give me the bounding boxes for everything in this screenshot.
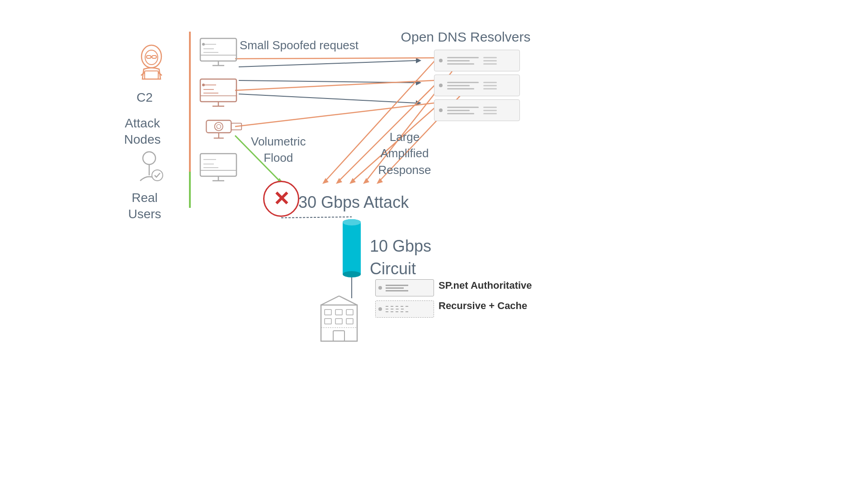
- svg-rect-28: [145, 71, 158, 79]
- svg-marker-12: [336, 178, 342, 184]
- dns-line: [483, 113, 497, 114]
- real-users-label: RealUsers: [122, 190, 167, 223]
- dns-resolver-3: [434, 99, 520, 121]
- legend-line: [386, 306, 408, 307]
- dns-resolver-2: [434, 75, 520, 96]
- spoofed-request-label: Small Spoofed request: [240, 38, 359, 52]
- dns-line: [447, 60, 470, 61]
- left-divider-green: [189, 172, 191, 208]
- recursive-cache-label: Recursive + Cache: [439, 300, 527, 313]
- svg-line-69: [321, 296, 339, 305]
- hacker-svg-icon: [131, 43, 172, 84]
- dns-line: [483, 63, 497, 65]
- dns-dot: [439, 108, 443, 112]
- blocked-icon: ✕: [263, 181, 299, 217]
- svg-point-47: [202, 84, 205, 86]
- circuit-cylinder: [340, 217, 363, 280]
- dns-lines: [447, 107, 479, 114]
- svg-rect-75: [335, 319, 342, 324]
- camera-icon: [198, 113, 248, 142]
- dns-line: [483, 85, 497, 86]
- dns-line: [483, 88, 497, 89]
- volumetric-flood-label: VolumetricFlood: [251, 133, 306, 166]
- dns-resolver-1: [434, 50, 520, 71]
- x-mark: ✕: [273, 189, 290, 209]
- legend-sp-net-box: [375, 279, 434, 296]
- svg-rect-26: [152, 56, 156, 58]
- legend-recursive-box: [375, 300, 434, 318]
- svg-rect-76: [346, 319, 353, 324]
- svg-rect-68: [321, 305, 357, 341]
- dns-line: [483, 57, 497, 58]
- attack-nodes-label: AttackNodes: [111, 115, 174, 148]
- svg-rect-74: [325, 319, 331, 324]
- dns-line: [447, 57, 479, 58]
- dns-dot: [439, 59, 443, 62]
- svg-rect-73: [346, 310, 353, 315]
- legend-dot: [378, 286, 382, 290]
- monitor-mid-icon: [198, 77, 239, 110]
- legend-lines-2: [386, 306, 408, 313]
- circuit-label: 10 GbpsCircuit: [370, 235, 431, 281]
- svg-line-0: [239, 61, 416, 67]
- svg-marker-10: [322, 178, 329, 184]
- amplified-response-label: LargeAmplifiedResponse: [357, 129, 452, 178]
- open-dns-label: Open DNS Resolvers: [380, 29, 552, 45]
- svg-rect-40: [200, 79, 236, 102]
- legend-lines: [386, 285, 408, 291]
- dns-lines: [447, 57, 479, 65]
- legend-dot-2: [378, 307, 382, 311]
- dns-line: [447, 63, 474, 65]
- dns-lines: [447, 82, 479, 89]
- diagram-svg: [0, 0, 868, 488]
- dns-lines-2: [483, 107, 497, 114]
- svg-marker-5: [416, 100, 421, 106]
- svg-line-2: [239, 80, 416, 83]
- legend-line: [386, 309, 404, 310]
- svg-line-6: [235, 58, 434, 59]
- svg-marker-14: [349, 178, 356, 184]
- svg-point-39: [202, 43, 205, 46]
- svg-rect-54: [200, 154, 236, 176]
- svg-marker-16: [363, 178, 369, 184]
- svg-rect-51: [231, 123, 241, 130]
- left-divider-orange: [189, 32, 191, 172]
- diagram-container: C2 AttackNodes RealUsers: [0, 0, 868, 488]
- c2-icon: [131, 43, 172, 85]
- svg-line-8: [235, 103, 434, 127]
- legend-line: [386, 311, 408, 313]
- svg-point-67: [343, 219, 361, 225]
- svg-line-7: [235, 80, 434, 90]
- dns-line: [483, 60, 497, 61]
- dns-line: [447, 107, 479, 108]
- svg-rect-65: [343, 222, 361, 274]
- svg-point-50: [217, 124, 221, 128]
- dns-line: [483, 107, 497, 108]
- dns-line: [447, 88, 474, 89]
- svg-point-66: [343, 271, 361, 277]
- monitor-bottom-icon: [198, 151, 239, 185]
- svg-line-4: [239, 94, 416, 103]
- dns-line: [447, 85, 470, 86]
- sp-net-authoritative-label: SP.net Authoritative: [439, 279, 532, 292]
- svg-rect-32: [200, 38, 236, 61]
- monitor-top-icon: [198, 36, 239, 70]
- dns-line: [483, 82, 497, 83]
- svg-point-61: [143, 152, 156, 164]
- attack-size-label: 30 Gbps Attack: [298, 193, 409, 212]
- svg-point-49: [215, 122, 223, 131]
- svg-point-24: [145, 50, 158, 65]
- svg-marker-18: [377, 178, 383, 184]
- real-user-icon: [131, 149, 167, 187]
- dns-lines-2: [483, 82, 497, 89]
- svg-rect-72: [335, 310, 342, 315]
- legend-line: [386, 287, 404, 289]
- legend-line: [386, 285, 408, 286]
- building-icon: [316, 294, 362, 345]
- dns-line: [447, 110, 470, 111]
- dns-line: [483, 110, 497, 111]
- dns-dot: [439, 84, 443, 87]
- svg-rect-71: [325, 310, 331, 315]
- dns-lines-2: [483, 57, 497, 65]
- c2-label: C2: [122, 90, 167, 105]
